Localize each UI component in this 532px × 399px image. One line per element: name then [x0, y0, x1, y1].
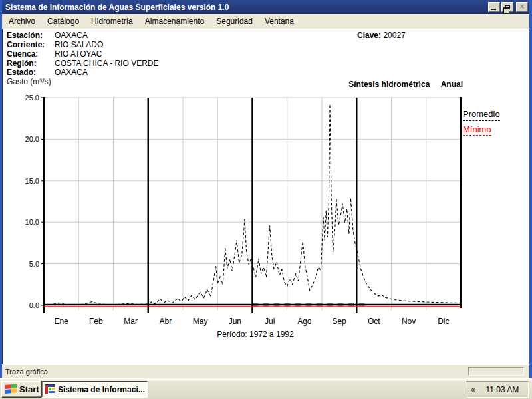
svg-text:Jul: Jul [265, 317, 275, 326]
content-area: Estación:OAXACA Corriente:RIO SALADO Cue… [2, 29, 529, 364]
tray-chevron-icon[interactable]: « [466, 385, 479, 394]
menu-hidrometria[interactable]: Hidrometría [85, 15, 139, 28]
status-right-panel [468, 367, 524, 376]
hydrograph-chart: 0.05.010.015.020.025.0EneFebMarAbrMayJun… [3, 93, 498, 332]
menu-ventana[interactable]: Ventana [259, 15, 300, 28]
svg-text:10.0: 10.0 [25, 218, 39, 226]
task-label: Sistema de Informaci... [58, 385, 145, 394]
windows-logo-icon [5, 384, 17, 395]
clave-value: 20027 [383, 31, 405, 40]
svg-text:15.0: 15.0 [25, 177, 39, 185]
svg-text:Oct: Oct [368, 317, 380, 326]
station-value: RIO ATOYAC [55, 49, 102, 59]
svg-text:Jun: Jun [229, 317, 241, 326]
app-icon [45, 384, 55, 394]
clave-field: Clave: 20027 [357, 31, 406, 40]
chart-title: Síntesis hidrométrica Anual [342, 80, 463, 89]
minimize-icon [491, 9, 496, 10]
system-tray: « 11:03 AM [466, 381, 529, 398]
window-title: Sistema de Información de Aguas Superfic… [5, 3, 488, 12]
close-button[interactable]: × [516, 2, 528, 12]
station-info: Estación:OAXACA Corriente:RIO SALADO Cue… [7, 31, 158, 77]
station-value: OAXACA [55, 31, 88, 40]
station-value: OAXACA [55, 68, 88, 77]
svg-text:Mar: Mar [124, 317, 138, 326]
station-value: COSTA CHICA - RIO VERDE [55, 59, 158, 68]
svg-text:Ago: Ago [297, 317, 312, 326]
menu-seguridad[interactable]: Seguridad [210, 15, 259, 28]
menu-bar: Archivo Catálogo Hidrometría Almacenamie… [2, 14, 529, 29]
menu-almacenamiento[interactable]: Almacenamiento [139, 15, 210, 28]
svg-text:Feb: Feb [89, 317, 103, 326]
close-icon: × [517, 3, 527, 11]
svg-text:20.0: 20.0 [25, 135, 39, 143]
menu-catalogo[interactable]: Catálogo [41, 15, 85, 28]
station-value: RIO SALADO [55, 40, 103, 49]
svg-text:Sep: Sep [332, 317, 346, 326]
station-row-region: Región:COSTA CHICA - RIO VERDE [7, 59, 158, 68]
svg-text:Dic: Dic [438, 317, 449, 326]
start-label: Start [19, 384, 39, 394]
restore-icon [505, 5, 510, 9]
legend-promedio: Promedio [463, 109, 500, 121]
status-text: Traza gráfica [5, 368, 48, 376]
svg-text:25.0: 25.0 [25, 94, 39, 102]
status-bar: Traza gráfica [2, 364, 529, 378]
restore-button[interactable] [501, 2, 513, 12]
title-bar: Sistema de Información de Aguas Superfic… [2, 0, 529, 14]
start-button[interactable]: Start [1, 381, 45, 398]
taskbar: Start Sistema de Informaci... « 11:03 AM [0, 378, 532, 399]
minimize-button[interactable] [488, 2, 500, 12]
taskbar-clock: 11:03 AM [479, 385, 528, 394]
chart-mode-anual: Anual [441, 80, 463, 89]
y-axis-unit-label: Gasto (m³/s) [7, 77, 51, 86]
svg-text:Ene: Ene [54, 317, 68, 326]
clave-label: Clave: [357, 31, 381, 40]
svg-text:5.0: 5.0 [29, 260, 39, 268]
chart-legend: Promedio Mínimo [463, 109, 500, 136]
station-row-corriente: Corriente:RIO SALADO [7, 40, 158, 49]
svg-text:Nov: Nov [402, 317, 416, 326]
chart-title-text: Síntesis hidrométrica [348, 80, 430, 89]
svg-text:May: May [193, 317, 208, 326]
station-row-cuenca: Cuenca:RIO ATOYAC [7, 49, 158, 59]
taskbar-task-sistema[interactable]: Sistema de Informaci... [41, 381, 148, 398]
svg-text:0.0: 0.0 [29, 301, 39, 309]
legend-minimo: Mínimo [463, 124, 491, 136]
station-row-estacion: Estación:OAXACA [7, 31, 158, 40]
menu-archivo[interactable]: Archivo [3, 15, 41, 28]
svg-text:Abr: Abr [160, 317, 172, 326]
period-label: Período: 1972 a 1992 [162, 330, 348, 339]
app-window: Sistema de Información de Aguas Superfic… [0, 0, 532, 378]
station-row-estado: Estado:OAXACA [7, 68, 158, 77]
